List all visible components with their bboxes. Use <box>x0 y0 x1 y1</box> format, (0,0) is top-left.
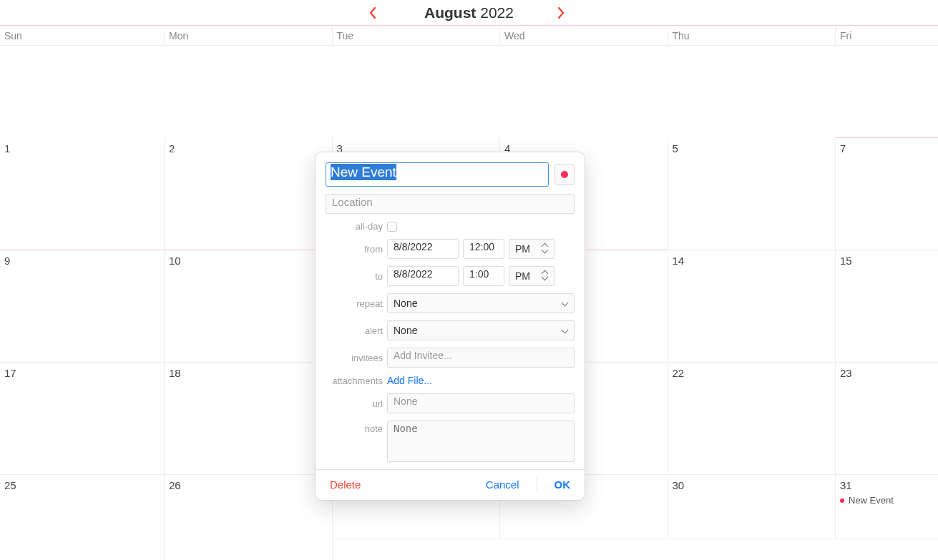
attachments-label: attachments <box>326 375 387 386</box>
weekday-header: Wed <box>500 26 668 46</box>
weekday-header: Mon <box>165 26 333 46</box>
weekday-header: Thu <box>668 26 836 46</box>
day-number: 7 <box>840 142 938 154</box>
to-ampm-select[interactable]: PM <box>509 266 555 286</box>
invitees-input[interactable]: Add Invitee... <box>387 348 575 368</box>
day-number: 10 <box>169 255 328 267</box>
repeat-value: None <box>394 298 417 309</box>
allday-checkbox[interactable] <box>387 222 397 232</box>
url-input[interactable]: None <box>387 393 575 413</box>
weekday-header: Fri <box>836 26 938 46</box>
header-year: 2022 <box>480 4 514 21</box>
day-number: 17 <box>4 367 160 379</box>
day-cell[interactable]: 23 <box>836 363 938 475</box>
popover-footer: Delete Cancel OK <box>316 469 585 500</box>
from-ampm-select[interactable]: PM <box>509 239 555 259</box>
day-cell[interactable]: 30 <box>668 475 836 539</box>
alert-value: None <box>394 325 417 336</box>
day-cell[interactable]: 1 <box>0 138 165 250</box>
alert-select[interactable]: None <box>387 320 575 340</box>
day-cell[interactable]: 31New Event12 PM <box>836 475 938 539</box>
event-popover: New Event Location all-day from 8/8/2022… <box>315 152 585 501</box>
event-dot-icon <box>840 498 844 503</box>
day-number: 9 <box>4 255 160 267</box>
day-cell[interactable]: 17 <box>0 363 165 475</box>
note-textarea[interactable] <box>387 421 575 462</box>
day-cell[interactable]: 25 <box>0 475 165 560</box>
chevron-right-icon <box>557 6 565 19</box>
day-cell[interactable]: 2 <box>165 138 333 250</box>
repeat-select[interactable]: None <box>387 293 575 313</box>
url-label: url <box>326 398 387 409</box>
next-month-button[interactable] <box>557 6 570 19</box>
day-number: 23 <box>840 367 938 379</box>
footer-separator <box>537 477 537 491</box>
note-label: note <box>326 421 387 434</box>
to-date-input[interactable]: 8/8/2022 <box>387 266 459 286</box>
invitees-label: invitees <box>326 353 387 363</box>
day-number: 30 <box>673 479 831 491</box>
to-time-input[interactable]: 1:00 <box>463 266 504 286</box>
from-ampm-value: PM <box>515 243 530 255</box>
day-number: 25 <box>4 479 160 491</box>
from-date-input[interactable]: 8/8/2022 <box>387 239 459 259</box>
calendar-header: August 2022 <box>0 0 938 26</box>
event-inline[interactable]: New Event <box>840 495 938 506</box>
day-number: 22 <box>673 367 831 379</box>
location-input[interactable]: Location <box>326 194 575 214</box>
day-number: 2 <box>169 142 328 154</box>
chevron-down-icon <box>561 300 568 307</box>
alert-label: alert <box>326 325 387 336</box>
day-number: 18 <box>169 367 328 379</box>
week-divider <box>165 250 332 250</box>
header-title: August 2022 <box>424 4 514 21</box>
day-number: 1 <box>4 142 160 154</box>
chevron-down-icon <box>561 327 568 334</box>
weekday-header: Sun <box>0 26 165 46</box>
prev-month-button[interactable] <box>368 6 381 19</box>
event-inline-label: New Event <box>849 495 894 506</box>
day-cell[interactable]: 26 <box>165 475 333 560</box>
day-cell[interactable]: 15 <box>836 250 938 363</box>
chevron-updown-icon <box>541 272 548 280</box>
from-time-input[interactable]: 12:00 <box>463 239 504 259</box>
day-number: 5 <box>673 142 831 154</box>
from-label: from <box>326 244 387 255</box>
day-cell[interactable]: 5 <box>668 138 836 250</box>
day-number: 31 <box>840 479 938 491</box>
day-cell[interactable]: 14 <box>668 250 836 363</box>
day-cell[interactable]: 9 <box>0 250 165 363</box>
add-file-link[interactable]: Add File... <box>387 375 432 386</box>
day-cell[interactable]: 18 <box>165 363 333 475</box>
week-divider <box>836 137 938 138</box>
delete-button[interactable]: Delete <box>327 478 363 491</box>
repeat-label: repeat <box>326 298 387 309</box>
day-number: 14 <box>673 255 831 267</box>
ok-button[interactable]: OK <box>552 478 574 491</box>
chevron-updown-icon <box>541 245 548 252</box>
cancel-button[interactable]: Cancel <box>483 478 522 491</box>
day-number: 26 <box>169 479 328 491</box>
event-title-value: New Event <box>331 164 396 180</box>
chevron-left-icon <box>368 6 377 19</box>
calendar-color-picker[interactable] <box>555 164 575 185</box>
day-cell[interactable]: 22 <box>668 363 836 475</box>
event-title-input[interactable]: New Event <box>326 162 549 187</box>
calendar-color-dot-icon <box>561 171 568 178</box>
to-label: to <box>326 271 387 282</box>
to-ampm-value: PM <box>515 270 530 282</box>
header-month: August <box>424 4 476 21</box>
week-divider <box>0 250 164 250</box>
day-cell[interactable]: 10 <box>165 250 333 363</box>
allday-label: all-day <box>326 221 387 232</box>
weekday-header: Tue <box>333 26 501 46</box>
day-number: 15 <box>840 255 938 267</box>
day-cell[interactable]: 7 <box>836 138 938 250</box>
